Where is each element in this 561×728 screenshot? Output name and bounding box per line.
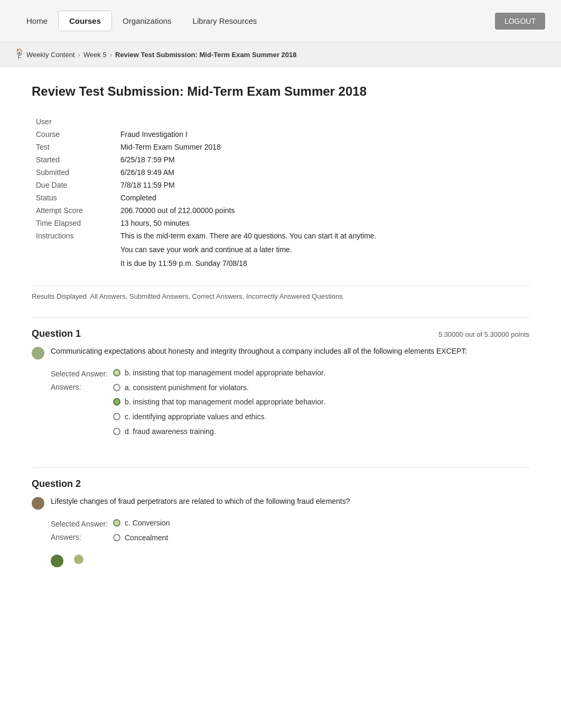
results-value: All Answers, Submitted Answers, Correct …: [90, 292, 343, 300]
info-row-instructions: Instructions This is the mid-term exam. …: [32, 229, 529, 270]
breadcrumb-sep1: ›: [78, 51, 80, 59]
question-1-selected-text: b. insisting that top management model a…: [125, 368, 325, 379]
results-label: Results Displayed: [32, 292, 87, 300]
question-1-choice-a: a. consistent punishment for violators.: [113, 383, 325, 393]
question-2-text: Lifestyle changes of fraud perpetrators …: [51, 496, 350, 510]
info-row-course: Course Fraud Investigation I: [32, 128, 529, 141]
question-1-points: 5.30000 out of 5.30000 points: [438, 330, 529, 338]
nav-organizations[interactable]: Organizations: [112, 11, 182, 31]
info-row-attempt-score: Attempt Score 206.70000 out of 212.00000…: [32, 204, 529, 217]
question-1-choice-b-text: b. insisting that top management model a…: [125, 397, 325, 408]
info-row-status: Status Completed: [32, 191, 529, 204]
question-1-choice-c-text: c. identifying appropriate values and et…: [125, 412, 267, 422]
question-1-choice-d-text: d. fraud awareness training.: [125, 427, 216, 437]
question-1-choice-a-radio: [113, 384, 120, 391]
results-displayed: Results Displayed All Answers, Submitted…: [32, 285, 529, 307]
question-1-choice-b-radio: [113, 398, 120, 406]
question-1-selected-label: Selected Answer:: [51, 370, 109, 378]
breadcrumb: 🏠 F Weekly Content › Week 5 › Review Tes…: [0, 42, 561, 67]
breadcrumb-weekly-content[interactable]: Weekly Content: [26, 51, 75, 59]
question-1-answers: Selected Answer: b. insisting that top m…: [51, 368, 529, 437]
nav-home[interactable]: Home: [16, 11, 58, 31]
question-2-choice-a-text: Concealment: [125, 533, 169, 543]
question-2-choice-a-radio: [113, 534, 120, 541]
nav-courses[interactable]: Courses: [58, 11, 112, 31]
breadcrumb-week5[interactable]: Week 5: [83, 51, 107, 59]
question-1-choice-c: c. identifying appropriate values and et…: [113, 412, 325, 422]
logout-button[interactable]: LOGOUT: [495, 13, 545, 30]
question-1-choice-d-radio: [113, 428, 120, 435]
page-title: Review Test Submission: Mid-Term Exam Su…: [32, 83, 529, 99]
question-2-number: Question 2: [32, 478, 81, 490]
question-2-selected-radio: [113, 519, 120, 527]
question-2-selected-row: Selected Answer: c. Conversion: [51, 518, 529, 529]
nav-library[interactable]: Library Resources: [182, 11, 268, 31]
question-2-choices: Concealment: [113, 533, 169, 543]
question-1-header: Question 1 5.30000 out of 5.30000 points: [32, 328, 529, 339]
breadcrumb-current: Review Test Submission: Mid-Term Exam Su…: [115, 51, 296, 59]
breadcrumb-sep2: ›: [110, 51, 112, 59]
question-2-extra-icon-1: [51, 555, 63, 567]
question-2-block: Question 2 Lifestyle changes of fraud pe…: [32, 467, 529, 578]
question-1-answers-label: Answers:: [51, 383, 109, 391]
question-1-choice-d: d. fraud awareness training.: [113, 427, 325, 437]
question-1-selected-row: Selected Answer: b. insisting that top m…: [51, 368, 529, 379]
question-2-selected-text: c. Conversion: [125, 518, 170, 529]
question-1-answers-row: Answers: a. consistent punishment for vi…: [51, 383, 529, 437]
info-row-started: Started 6/25/18 7:59 PM: [32, 153, 529, 166]
question-1-body: Communicating expectations about honesty…: [32, 346, 529, 360]
nav-bar: Home Courses Organizations Library Resou…: [0, 0, 561, 42]
breadcrumb-home-icon[interactable]: 🏠 F: [16, 49, 23, 60]
info-row-submitted: Submitted 6/26/18 9:49 AM: [32, 166, 529, 179]
question-2-choice-a: Concealment: [113, 533, 169, 543]
question-2-answers-label: Answers:: [51, 533, 109, 541]
question-1-icon: [32, 347, 44, 360]
question-2-extra-icon-2: [74, 555, 83, 564]
question-2-icon: [32, 497, 44, 510]
question-1-choice-a-text: a. consistent punishment for violators.: [125, 383, 249, 393]
question-2-header: Question 2: [32, 478, 529, 490]
main-content: Review Test Submission: Mid-Term Exam Su…: [0, 67, 561, 610]
question-2-body: Lifestyle changes of fraud perpetrators …: [32, 496, 529, 510]
question-2-answers: Selected Answer: c. Conversion Answers: …: [51, 518, 529, 543]
question-1-choice-c-radio: [113, 413, 120, 420]
question-1-block: Question 1 5.30000 out of 5.30000 points…: [32, 317, 529, 451]
question-1-selected-radio: [113, 369, 120, 376]
info-row-time-elapsed: Time Elapsed 13 hours, 50 minutes: [32, 217, 529, 229]
question-2-selected-label: Selected Answer:: [51, 520, 109, 528]
question-1-text: Communicating expectations about honesty…: [51, 346, 467, 360]
info-row-user: User: [32, 115, 529, 128]
question-2-extra-icons: [51, 554, 529, 567]
info-table: User Course Fraud Investigation I Test M…: [32, 115, 529, 270]
question-1-number: Question 1: [32, 328, 81, 339]
question-1-choice-b: b. insisting that top management model a…: [113, 397, 325, 408]
info-row-test: Test Mid-Term Exam Summer 2018: [32, 141, 529, 153]
info-row-due-date: Due Date 7/8/18 11:59 PM: [32, 179, 529, 191]
question-2-answers-row: Answers: Concealment: [51, 533, 529, 543]
question-1-choices: a. consistent punishment for violators. …: [113, 383, 325, 437]
